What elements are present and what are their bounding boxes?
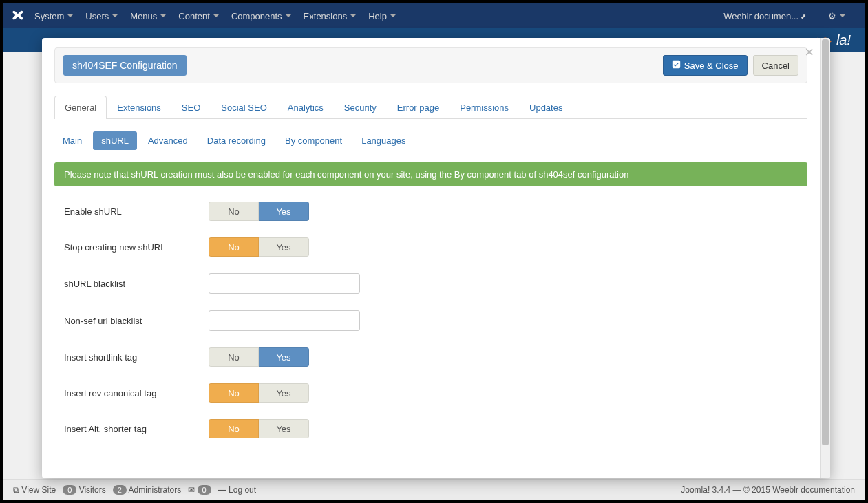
menu-system[interactable]: System bbox=[34, 11, 73, 21]
menu-menus[interactable]: Menus bbox=[130, 11, 166, 21]
settings-menu[interactable]: ⚙ bbox=[828, 11, 845, 21]
label-nonsef-blacklist: Non-sef url blacklist bbox=[64, 316, 209, 326]
save-icon bbox=[672, 60, 681, 71]
label-enable-shurl: Enable shURL bbox=[64, 206, 209, 217]
status-version: Joomla! 3.4.4 — © 2015 Weeblr documentat… bbox=[681, 485, 855, 495]
subtab-by-component[interactable]: By component bbox=[277, 131, 350, 150]
opt-yes[interactable]: Yes bbox=[259, 347, 309, 367]
tab-social-seo[interactable]: Social SEO bbox=[211, 96, 277, 119]
messages-link[interactable]: ✉ 0 bbox=[188, 485, 211, 495]
subtab-advanced[interactable]: Advanced bbox=[140, 131, 196, 150]
save-close-button[interactable]: Save & Close bbox=[663, 55, 748, 76]
status-bar: ⧉ View Site 0 Visitors 2 Administrators … bbox=[3, 479, 865, 500]
caret-icon bbox=[67, 14, 73, 17]
tab-updates[interactable]: Updates bbox=[519, 96, 573, 119]
toggle-insert-shortlink[interactable]: No Yes bbox=[209, 347, 309, 367]
subtab-shurl[interactable]: shURL bbox=[93, 131, 137, 150]
tab-general[interactable]: General bbox=[54, 96, 107, 119]
menu-help[interactable]: Help bbox=[368, 11, 396, 21]
external-icon: ⬈ bbox=[801, 12, 806, 20]
tab-extensions[interactable]: Extensions bbox=[107, 96, 171, 119]
caret-icon bbox=[350, 14, 356, 17]
label-insert-altshort: Insert Alt. shorter tag bbox=[64, 424, 209, 434]
view-site-link[interactable]: ⧉ View Site bbox=[13, 485, 56, 495]
visitors-badge: 0 bbox=[63, 485, 76, 495]
subtab-main[interactable]: Main bbox=[54, 131, 90, 150]
subtab-languages[interactable]: Languages bbox=[353, 131, 414, 150]
caret-icon bbox=[213, 14, 219, 17]
external-icon: ⧉ bbox=[13, 485, 19, 495]
close-icon[interactable]: × bbox=[805, 43, 814, 61]
menu-extensions[interactable]: Extensions bbox=[304, 11, 357, 21]
caret-icon bbox=[840, 14, 845, 17]
caret-icon bbox=[390, 14, 396, 17]
row-stop-creating: Stop creating new shURL No Yes bbox=[64, 237, 807, 257]
admin-topbar: System Users Menus Content Components Ex… bbox=[3, 3, 865, 28]
msgs-badge: 0 bbox=[198, 485, 211, 495]
tabs-secondary: Main shURL Advanced Data recording By co… bbox=[54, 131, 807, 150]
label-stop-creating: Stop creating new shURL bbox=[64, 242, 209, 253]
label-insert-shortlink: Insert shortlink tag bbox=[64, 352, 209, 363]
toggle-stop-creating[interactable]: No Yes bbox=[209, 237, 309, 257]
opt-yes[interactable]: Yes bbox=[259, 383, 309, 403]
row-enable-shurl: Enable shURL No Yes bbox=[64, 202, 807, 221]
opt-no[interactable]: No bbox=[209, 383, 259, 403]
cancel-button[interactable]: Cancel bbox=[753, 55, 798, 76]
menu-users[interactable]: Users bbox=[85, 11, 118, 21]
logout-link[interactable]: — Log out bbox=[218, 485, 256, 495]
joomla-logo bbox=[10, 9, 24, 23]
modal-title: sh404SEF Configuration bbox=[63, 55, 187, 76]
row-shurl-blacklist: shURL blacklist bbox=[64, 273, 807, 294]
toggle-insert-revcanon[interactable]: No Yes bbox=[209, 383, 309, 403]
tab-security[interactable]: Security bbox=[334, 96, 387, 119]
opt-yes[interactable]: Yes bbox=[259, 237, 309, 257]
input-nonsef-blacklist[interactable] bbox=[209, 310, 360, 331]
gear-icon: ⚙ bbox=[828, 11, 836, 21]
modal-header: sh404SEF Configuration Save & Close Canc… bbox=[54, 47, 807, 83]
tab-analytics[interactable]: Analytics bbox=[277, 96, 334, 119]
tab-error-page[interactable]: Error page bbox=[387, 96, 449, 119]
opt-no[interactable]: No bbox=[209, 347, 259, 367]
modal-scrollbar[interactable] bbox=[820, 38, 830, 478]
opt-no[interactable]: No bbox=[209, 202, 259, 221]
caret-icon bbox=[112, 14, 118, 17]
external-link[interactable]: Weeblr documen...⬈ bbox=[723, 11, 806, 21]
notice-alert: Please note that shURL creation must als… bbox=[54, 162, 807, 186]
opt-no[interactable]: No bbox=[209, 237, 259, 257]
menu-components[interactable]: Components bbox=[231, 11, 291, 21]
row-nonsef-blacklist: Non-sef url blacklist bbox=[64, 310, 807, 331]
scrollbar-thumb[interactable] bbox=[822, 39, 829, 445]
brand-text: la! bbox=[836, 32, 851, 48]
config-modal: × sh404SEF Configuration Save & Close Ca… bbox=[42, 38, 830, 478]
mail-icon: ✉ bbox=[188, 485, 195, 495]
label-shurl-blacklist: shURL blacklist bbox=[64, 279, 209, 289]
row-insert-revcanon: Insert rev canonical tag No Yes bbox=[64, 383, 807, 403]
tab-seo[interactable]: SEO bbox=[171, 96, 211, 119]
opt-yes[interactable]: Yes bbox=[259, 419, 309, 438]
toggle-enable-shurl[interactable]: No Yes bbox=[209, 202, 309, 221]
label-insert-revcanon: Insert rev canonical tag bbox=[64, 388, 209, 398]
tabs-primary: General Extensions SEO Social SEO Analyt… bbox=[54, 96, 807, 119]
tab-permissions[interactable]: Permissions bbox=[449, 96, 519, 119]
caret-icon bbox=[286, 14, 291, 17]
admins-badge: 2 bbox=[113, 485, 127, 495]
topbar-menus: System Users Menus Content Components Ex… bbox=[34, 11, 723, 21]
subtab-data-recording[interactable]: Data recording bbox=[199, 131, 274, 150]
row-insert-altshort: Insert Alt. shorter tag No Yes bbox=[64, 419, 807, 438]
input-shurl-blacklist[interactable] bbox=[209, 273, 360, 294]
row-insert-shortlink: Insert shortlink tag No Yes bbox=[64, 347, 807, 367]
opt-no[interactable]: No bbox=[209, 419, 259, 438]
caret-icon bbox=[160, 14, 166, 17]
visitors-label[interactable]: Visitors bbox=[79, 485, 106, 495]
toggle-insert-altshort[interactable]: No Yes bbox=[209, 419, 309, 438]
opt-yes[interactable]: Yes bbox=[259, 202, 309, 221]
menu-content[interactable]: Content bbox=[178, 11, 219, 21]
admins-label[interactable]: Administrators bbox=[129, 485, 182, 495]
